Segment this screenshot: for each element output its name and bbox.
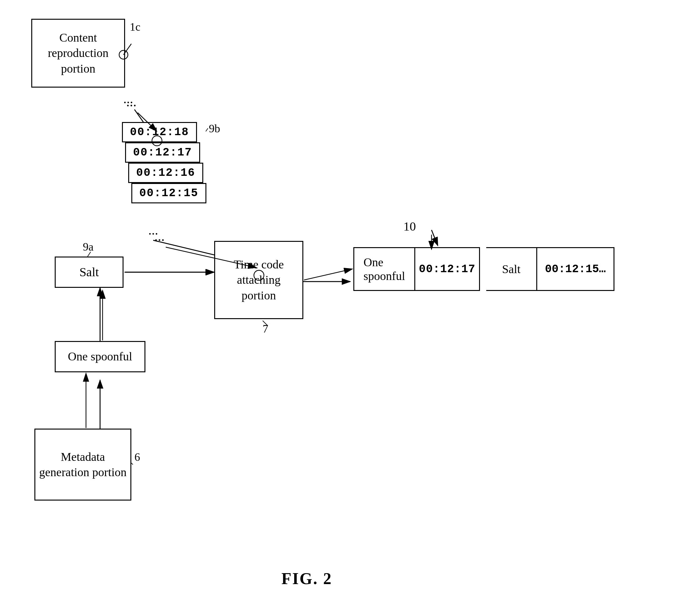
label-10: 10 xyxy=(403,219,416,234)
one-spoonful-box: One spoonful xyxy=(55,341,145,372)
timecode-box-1: 00:12:18 xyxy=(122,122,197,142)
svg-line-12 xyxy=(431,230,438,246)
timecode-box-3: 00:12:16 xyxy=(128,163,203,183)
output-timecode-2: 00:12:15… xyxy=(536,247,614,291)
label-9a: 9a xyxy=(83,240,93,253)
figure-label: FIG. 2 xyxy=(281,569,332,588)
output-one-spoonful: Onespoonful xyxy=(353,247,414,291)
label-9b: 9b xyxy=(209,122,220,135)
output-timecode-1: 00:12:17 xyxy=(414,247,480,291)
label-7: 7 xyxy=(263,322,268,335)
timecode-box-4: 00:12:15 xyxy=(131,183,206,203)
salt-box: Salt xyxy=(55,256,123,288)
timecode-box-2: 00:12:17 xyxy=(125,142,200,163)
time-code-attaching-box: Time codeattachingportion xyxy=(214,241,303,319)
metadata-generation-box: Metadata generation portion xyxy=(34,429,131,501)
label-1c: 1c xyxy=(130,20,140,33)
svg-text:...: ... xyxy=(123,92,133,106)
arrows-svg: ... ... xyxy=(0,0,697,616)
label-6: 6 xyxy=(134,451,140,464)
svg-text:...: ... xyxy=(148,223,158,237)
content-reproduction-box: Content reproduction portion xyxy=(31,19,125,88)
diagram: ... ... Content reproduction portion 1c … xyxy=(0,0,697,616)
output-sequence: Onespoonful 00:12:17 Salt 00:12:15… xyxy=(353,247,614,291)
output-salt: Salt xyxy=(486,247,536,291)
